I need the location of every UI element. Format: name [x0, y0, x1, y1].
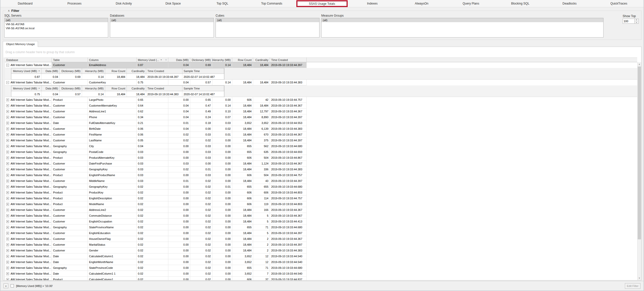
table-row[interactable]: +AW Internet Sales Tabular Mod...Product… [5, 97, 637, 103]
expand-icon[interactable]: + [6, 209, 9, 211]
expand-icon[interactable]: + [6, 197, 9, 200]
expand-icon[interactable]: + [6, 191, 9, 194]
column-header-table[interactable]: Table [52, 57, 88, 62]
detail-header-data[interactable]: Data (MB) [42, 86, 60, 91]
table-row[interactable]: +AW Internet Sales Tabular Mod...Geograp… [5, 265, 637, 271]
table-row[interactable]: +AW Internet Sales Tabular Mod...Product… [5, 172, 637, 178]
tab-processes[interactable]: Processes [50, 0, 99, 7]
tab-indexes[interactable]: Indexes [348, 0, 397, 7]
table-row[interactable]: +AW Internet Sales Tabular Mod...Custome… [5, 138, 637, 143]
tab-top-sql[interactable]: Top SQL [198, 0, 247, 7]
expand-icon[interactable]: + [6, 99, 9, 101]
table-row[interactable]: +AW Internet Sales Tabular Mod...Custome… [5, 161, 637, 167]
table-row[interactable]: +AW Internet Sales Tabular Mod...Geograp… [5, 184, 637, 190]
expand-icon[interactable]: + [6, 127, 9, 130]
tab-disk-space[interactable]: Disk Space [148, 0, 198, 7]
detail-header-memory[interactable]: Memory Used (MB)▼ [11, 68, 42, 74]
detail-header-dictionary[interactable]: Dictionary (MB) [60, 86, 82, 91]
table-row[interactable]: +AW Internet Sales Tabular Mod...Custome… [5, 230, 637, 236]
expand-icon[interactable]: + [6, 220, 9, 223]
table-row[interactable]: +AW Internet Sales Tabular Mod...Product… [5, 277, 637, 280]
expand-icon[interactable]: + [6, 104, 9, 107]
scroll-up-arrow-icon[interactable]: ∧ [637, 62, 641, 67]
table-row[interactable]: +AW Internet Sales Tabular Mod...Geograp… [5, 143, 637, 149]
tab-deadlocks[interactable]: Deadlocks [545, 0, 594, 7]
scroll-down-arrow-icon[interactable]: ∨ [637, 276, 641, 280]
detail-header-row_count[interactable]: Row Count [105, 86, 127, 91]
detail-header-cardinality[interactable]: Cardinality [127, 68, 146, 74]
filter-enabled-checkbox[interactable] [11, 284, 14, 287]
table-row[interactable]: +AW Internet Sales Tabular Mod...Custome… [5, 126, 637, 132]
expand-icon[interactable]: + [6, 272, 9, 275]
list-item[interactable]: (all) [321, 18, 603, 22]
list-item[interactable]: VM-SE-ASTAB.se.local [5, 26, 108, 30]
table-row[interactable]: +AW Internet Sales Tabular Mod...Custome… [5, 207, 637, 213]
table-row[interactable]: +AW Internet Sales Tabular Mod...Custome… [5, 103, 637, 109]
expand-icon[interactable]: + [6, 168, 9, 171]
expand-icon[interactable]: + [6, 214, 9, 217]
list-item[interactable]: (all) [110, 18, 214, 22]
filter-list-cubes[interactable]: (all) [216, 18, 319, 38]
list-item[interactable]: VM-SE-ASTAB [5, 22, 108, 26]
filter-list-databases[interactable]: (all) [110, 18, 214, 38]
detail-header-time_created[interactable]: Time Created [146, 86, 182, 91]
column-header-time_created[interactable]: Time Created [270, 57, 307, 62]
expand-icon[interactable]: + [6, 116, 9, 119]
tab-dashboard[interactable]: Dashboard [1, 0, 50, 7]
list-item[interactable]: (all) [5, 18, 108, 22]
expand-icon[interactable]: + [6, 139, 9, 142]
table-row[interactable]: +AW Internet Sales Tabular Mod...Custome… [5, 213, 637, 219]
expand-icon[interactable]: + [6, 162, 9, 165]
expand-icon[interactable]: + [6, 255, 9, 258]
group-by-panel[interactable]: Drag a column header here to group by th… [3, 47, 641, 57]
collapse-icon[interactable]: − [6, 81, 9, 84]
filter-list-measure-groups[interactable]: (all) [321, 18, 603, 38]
spin-up-button[interactable]: ∧ [635, 19, 638, 21]
table-row[interactable]: +AW Internet Sales Tabular Mod...Custome… [5, 242, 637, 248]
expand-icon[interactable]: + [6, 203, 9, 206]
detail-header-row_count[interactable]: Row Count [105, 68, 127, 74]
expand-icon[interactable]: + [6, 122, 9, 124]
column-header-data[interactable]: Data (MB) [168, 57, 190, 62]
show-top-input[interactable] [623, 19, 634, 23]
detail-header-sample_time[interactable]: Sample Time [182, 86, 224, 91]
table-row[interactable]: +AW Internet Sales Tabular Mod...DateEng… [5, 259, 637, 265]
table-row[interactable]: +AW Internet Sales Tabular Mod...Product… [5, 155, 637, 161]
tab-object-memory-usage[interactable]: Object Memory Usage [3, 41, 38, 47]
expand-icon[interactable]: + [6, 267, 9, 269]
tab-disk-activity[interactable]: Disk Activity [99, 0, 148, 7]
column-header-cardinality[interactable]: Cardinality [253, 57, 270, 62]
expand-icon[interactable]: + [6, 261, 9, 264]
table-row[interactable]: −AW Internet Sales Tabular Mod...Custome… [5, 62, 637, 68]
column-header-hierarchy[interactable]: Hierarchy (MB) [212, 57, 232, 62]
table-row[interactable]: +AW Internet Sales Tabular Mod...Custome… [5, 114, 637, 120]
column-header-column[interactable]: Column [88, 57, 137, 62]
expand-icon[interactable]: + [6, 249, 9, 252]
table-row[interactable]: +AW Internet Sales Tabular Mod...Custome… [5, 167, 637, 172]
close-filter-button[interactable]: x [4, 283, 8, 288]
detail-header-hierarchy[interactable]: Hierarchy (MB) [82, 68, 105, 74]
tab-ssas-usage-totals[interactable]: SSAS Usage Totals [296, 0, 348, 7]
expand-icon[interactable]: + [6, 238, 9, 240]
table-row[interactable]: +AW Internet Sales Tabular Mod...Geograp… [5, 224, 637, 230]
expand-icon[interactable]: + [6, 133, 9, 136]
expand-icon[interactable]: + [6, 243, 9, 246]
detail-header-time_created[interactable]: Time Created [146, 68, 182, 74]
table-row[interactable]: +AW Internet Sales Tabular Mod...Custome… [5, 248, 637, 253]
column-header-database[interactable]: Database [5, 57, 52, 62]
expand-icon[interactable]: + [6, 226, 9, 229]
filter-list-sql-servers[interactable]: (all)VM-SE-ASTABVM-SE-ASTAB.se.local [4, 18, 108, 38]
expand-icon[interactable]: + [6, 151, 9, 153]
table-row[interactable]: +AW Internet Sales Tabular Mod...DateCal… [5, 253, 637, 259]
detail-header-cardinality[interactable]: Cardinality [127, 86, 146, 91]
table-row[interactable]: +AW Internet Sales Tabular Mod...DateFul… [5, 120, 637, 126]
expand-icon[interactable]: + [6, 145, 9, 148]
detail-header-dictionary[interactable]: Dictionary (MB) [60, 68, 82, 74]
detail-header-memory[interactable]: Memory Used (MB)▼ [11, 86, 42, 91]
table-row[interactable]: +AW Internet Sales Tabular Mod...Geograp… [5, 149, 637, 155]
vertical-scrollbar[interactable]: ∧ ∨ [637, 62, 641, 280]
table-row[interactable]: +AW Internet Sales Tabular Mod...Custome… [5, 236, 637, 242]
tab-top-commands[interactable]: Top Commands [247, 0, 296, 7]
table-row[interactable]: +AW Internet Sales Tabular Mod...Custome… [5, 109, 637, 114]
expand-icon[interactable]: + [6, 180, 9, 182]
